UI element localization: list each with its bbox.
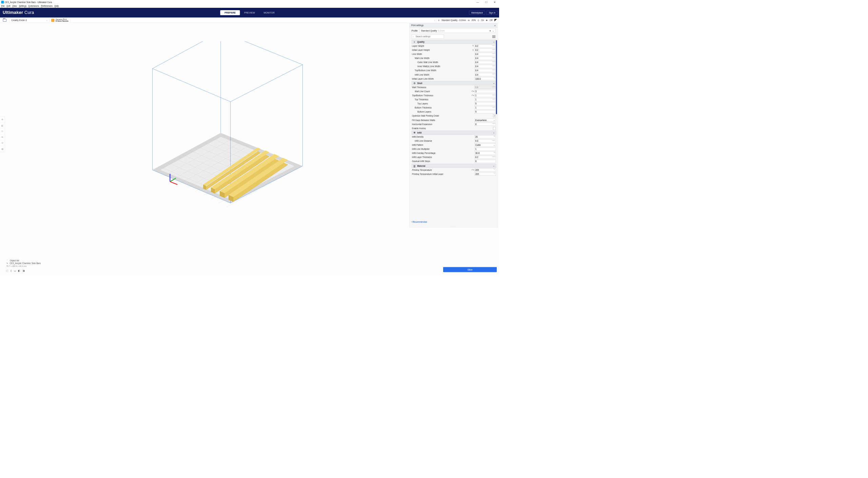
profile-hint: 0.2mm bbox=[438, 29, 445, 32]
enable-ironing-checkbox[interactable] bbox=[493, 127, 496, 130]
setting-infill-layer-thickness: Infill Layer Thicknessmm bbox=[412, 155, 496, 159]
initial-layer-line-width-input[interactable] bbox=[474, 77, 496, 80]
view-3d-icon[interactable]: ⬚ bbox=[6, 269, 8, 272]
top-layers-input[interactable] bbox=[474, 102, 496, 105]
setting-infill-line-multiplier: Infill Line Multiplier bbox=[412, 147, 496, 151]
infill-icon: ⊞ bbox=[468, 19, 470, 21]
tab-monitor[interactable]: MONITOR bbox=[259, 10, 279, 15]
infill-density-input[interactable] bbox=[474, 135, 496, 138]
printing-temp-initial-input[interactable] bbox=[474, 173, 496, 176]
setting-bottom-thickness: Bottom Thicknessmm bbox=[412, 106, 496, 110]
category-quality[interactable]: ≡Quality⌄ bbox=[412, 40, 496, 44]
search-settings-input[interactable] bbox=[412, 35, 444, 39]
menu-preferences[interactable]: Preferences bbox=[41, 5, 53, 7]
reset-icon[interactable]: ↺ bbox=[471, 169, 473, 171]
setting-infill-overlap-pct: Infill Overlap Percentage% bbox=[412, 151, 496, 155]
reset-icon[interactable]: ↺ bbox=[471, 94, 473, 96]
tab-prepare[interactable]: PREPARE bbox=[220, 10, 240, 15]
build-volume bbox=[88, 41, 322, 236]
panel-resize-grip[interactable]: ::::: bbox=[410, 225, 497, 227]
object-dimensions: 75.7 x 182.0 x 18.2 mm bbox=[6, 265, 41, 267]
menu-bar: File Edit View Settings Extensions Prefe… bbox=[0, 4, 499, 8]
fill-gaps-select[interactable]: Everywhere bbox=[474, 118, 496, 121]
setting-initial-layer-line-width: Initial Layer Line Width% bbox=[412, 77, 496, 81]
setting-infill-pattern: Infill PatternCubic bbox=[412, 143, 496, 147]
setting-infill-line-distance: Infill Line Distancemm bbox=[412, 139, 496, 143]
nozzle-size: 0.4mm Nozzle bbox=[56, 20, 68, 22]
profile-selector[interactable]: Standard Quality 0.2mm ★ ⌄ bbox=[420, 29, 496, 33]
reset-icon[interactable]: ↺ bbox=[471, 90, 473, 92]
infill-line-multiplier-input[interactable] bbox=[474, 147, 496, 151]
edit-icon[interactable] bbox=[494, 19, 497, 21]
category-material[interactable]: |||Material⌄ bbox=[412, 164, 496, 168]
minimize-button[interactable]: — bbox=[473, 0, 482, 4]
config-strip: Creality Ender-3 ‹ ! Generic PLA0.4mm No… bbox=[0, 18, 499, 23]
menu-help[interactable]: Help bbox=[55, 5, 59, 7]
printer-name: Creality Ender-3 bbox=[11, 19, 27, 21]
scale-tool[interactable]: ◧ bbox=[0, 123, 5, 128]
link-icon[interactable]: ⚲ bbox=[472, 45, 474, 47]
close-window-button[interactable]: ✕ bbox=[491, 0, 499, 4]
setting-wall-thickness: Wall Thicknessmm bbox=[412, 85, 496, 89]
link-icon[interactable]: ⚲ bbox=[472, 49, 474, 51]
printer-selector[interactable]: Creality Ender-3 ‹ bbox=[9, 17, 50, 23]
chevron-up-icon: ˄ bbox=[6, 259, 8, 262]
bottom-layers-input[interactable] bbox=[474, 110, 496, 113]
chevron-left-icon[interactable]: ‹ bbox=[434, 19, 435, 21]
recommended-link[interactable]: Recommended bbox=[411, 221, 427, 223]
rotate-tool[interactable]: ⟳ bbox=[0, 128, 5, 134]
chevron-down-icon: ⌄ bbox=[493, 41, 495, 43]
setting-wall-line-width: Wall Line Widthmm bbox=[412, 56, 496, 60]
wall-line-count-input[interactable] bbox=[474, 90, 496, 93]
material-selector[interactable]: ! Generic PLA0.4mm Nozzle bbox=[49, 17, 71, 23]
chevron-down-icon: ⌄ bbox=[493, 82, 495, 84]
setting-printing-temp-initial: Printing Temperature Initial Layer°C bbox=[412, 172, 496, 176]
setting-bottom-layers: Bottom Layers bbox=[412, 110, 496, 114]
menu-edit[interactable]: Edit bbox=[6, 5, 10, 7]
open-file-button[interactable] bbox=[0, 17, 9, 23]
app-logo: Ultimaker Cura bbox=[3, 10, 34, 15]
tab-preview[interactable]: PREVIEW bbox=[240, 10, 259, 15]
profile-label: Profile bbox=[412, 29, 418, 32]
view-left-icon[interactable]: ◧ bbox=[18, 269, 20, 272]
category-shell[interactable]: ◎Shell⌄ bbox=[412, 81, 496, 85]
printing-temp-input[interactable] bbox=[474, 168, 496, 172]
view-right-icon[interactable]: ◨ bbox=[22, 269, 25, 272]
window-titlebar: CE3_Acrylic Chamber Side Bars - Ultimake… bbox=[0, 0, 499, 4]
object-entry[interactable]: ✎CE3_Acrylic Chamber Side Bars bbox=[6, 262, 41, 264]
menu-file[interactable]: File bbox=[1, 5, 4, 7]
category-infill[interactable]: ⊞Infill⌄ bbox=[412, 131, 496, 135]
gradual-infill-steps-input[interactable] bbox=[474, 160, 496, 163]
maximize-button[interactable]: ☐ bbox=[482, 0, 490, 4]
settings-visibility-button[interactable] bbox=[492, 36, 495, 38]
slice-button[interactable]: Slice bbox=[443, 267, 497, 272]
svg-line-25 bbox=[152, 68, 230, 102]
mirror-tool[interactable]: ⇋ bbox=[0, 134, 5, 140]
svg-line-26 bbox=[230, 65, 302, 102]
menu-settings[interactable]: Settings bbox=[19, 5, 26, 7]
close-panel-button[interactable]: × bbox=[494, 24, 496, 27]
summary-support: On bbox=[481, 19, 484, 21]
view-top-icon[interactable]: ▭ bbox=[14, 269, 16, 272]
per-model-tool[interactable]: ⚙ bbox=[0, 140, 5, 146]
menu-extensions[interactable]: Extensions bbox=[28, 5, 39, 7]
view-front-icon[interactable]: ▯ bbox=[11, 269, 12, 272]
infill-pattern-select[interactable]: Cubic bbox=[474, 143, 496, 146]
menu-view[interactable]: View bbox=[12, 5, 17, 7]
setting-outer-wall-line-width: Outer Wall Line Widthmm bbox=[412, 60, 496, 64]
infill-overlap-input[interactable] bbox=[474, 152, 496, 155]
lines-icon: ≡ bbox=[438, 19, 440, 21]
top-bar: Ultimaker Cura PREPARE PREVIEW MONITOR M… bbox=[0, 8, 499, 18]
viewport-3d[interactable]: ✥ ◧ ⟳ ⇋ ⚙ ▦ ˄Object list ✎CE3_Acrylic Ch… bbox=[0, 23, 410, 275]
svg-line-45 bbox=[170, 182, 177, 185]
marketplace-button[interactable]: Marketplace bbox=[469, 11, 485, 15]
optimize-wall-order-checkbox[interactable]: ✓ bbox=[493, 115, 496, 117]
print-summary[interactable]: ≡ Standard Quality - 0.2mm ⊞20% ⎙On ✚Off bbox=[436, 17, 499, 23]
settings-scroll[interactable]: ≡Quality⌄ Layer Height⚲mm Initial Layer … bbox=[410, 39, 497, 219]
move-tool[interactable]: ✥ bbox=[0, 117, 5, 122]
signin-button[interactable]: Sign in bbox=[487, 11, 497, 15]
window-title: CE3_Acrylic Chamber Side Bars - Ultimake… bbox=[5, 1, 52, 3]
support-blocker-tool[interactable]: ▦ bbox=[0, 146, 5, 152]
object-list-toggle[interactable]: ˄Object list bbox=[6, 259, 41, 262]
setting-inner-wall-line-width: Inner Wall(s) Line Widthmm bbox=[412, 64, 496, 68]
